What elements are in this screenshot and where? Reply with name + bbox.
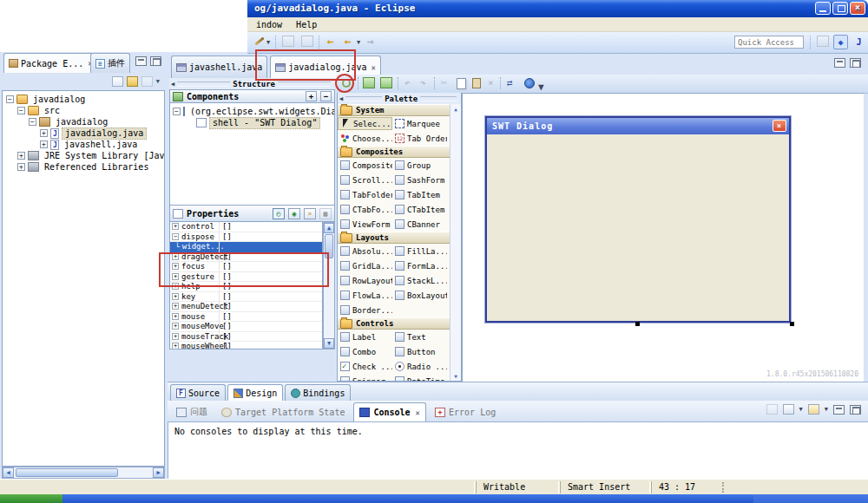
- palette-item-datetime[interactable]: DateTime: [392, 375, 447, 381]
- palette-item-radio[interactable]: Radio ...: [392, 360, 447, 373]
- expander-icon[interactable]: +: [172, 323, 179, 330]
- forward-icon[interactable]: →: [367, 36, 374, 48]
- palette-item-choose[interactable]: Choose...: [338, 132, 392, 145]
- palette-item-gridla[interactable]: GridLa...: [338, 259, 392, 272]
- palette-item-border[interactable]: Border...: [338, 304, 392, 317]
- palette-item-tabitem[interactable]: TabItem: [392, 188, 447, 201]
- palette-item-check[interactable]: Check ...: [338, 360, 392, 373]
- palette-item-tabfolder[interactable]: TabFolder: [338, 188, 392, 201]
- palette-item-rowlayout[interactable]: RowLayout: [338, 274, 392, 287]
- palette-item-marquee[interactable]: Marquee: [392, 117, 447, 130]
- new-wizard-dropdown-icon[interactable]: ▼: [266, 39, 270, 46]
- palette-item-absolu[interactable]: Absolu...: [338, 245, 392, 258]
- scroll-right-icon[interactable]: ▶: [153, 467, 164, 478]
- title-bar[interactable]: og/javadialog.java - Eclipse ×: [247, 0, 868, 17]
- palette-item-button[interactable]: Button: [392, 345, 447, 358]
- tree-item-referenced-libraries[interactable]: +Referenced Libraries: [3, 161, 164, 173]
- designer-perspective-button[interactable]: ◆: [833, 35, 848, 49]
- redo-icon[interactable]: ↷: [420, 77, 426, 89]
- collapse-left-icon[interactable]: ◀: [339, 95, 343, 102]
- goto-definition-icon[interactable]: »: [304, 208, 316, 219]
- expander-icon[interactable]: −: [17, 107, 25, 114]
- tree-item-javadialog[interactable]: −javadialog: [3, 94, 164, 105]
- expander-icon[interactable]: −: [29, 118, 36, 126]
- minimize-button[interactable]: [815, 2, 831, 15]
- java-perspective-button[interactable]: J: [852, 35, 866, 49]
- menu-window[interactable]: indow: [256, 20, 282, 29]
- palette-vscrollbar[interactable]: ▲ ▼: [450, 104, 461, 381]
- expander-icon[interactable]: +: [172, 343, 179, 349]
- externalize-strings-icon[interactable]: ⇄: [507, 77, 513, 89]
- dialog-close-icon[interactable]: ×: [773, 120, 786, 132]
- restore-button[interactable]: [832, 2, 848, 15]
- collapse-all-icon[interactable]: −: [320, 91, 332, 101]
- expander-icon[interactable]: +: [172, 313, 179, 320]
- expander-icon[interactable]: +: [172, 303, 179, 310]
- quick-access-input[interactable]: [734, 36, 804, 49]
- expander-icon[interactable]: +: [17, 152, 25, 160]
- palette-category-composites[interactable]: Composites: [338, 146, 450, 158]
- refresh-preview-icon[interactable]: [380, 77, 392, 88]
- property-row-mouseTrack[interactable]: +mouseTrack[]: [170, 332, 322, 343]
- property-row-mouseMove[interactable]: +mouseMove[]: [170, 322, 322, 332]
- expander-icon[interactable]: +: [172, 293, 179, 300]
- expand-all-icon[interactable]: +: [306, 91, 317, 101]
- console-content[interactable]: No consoles to display at this time.: [168, 422, 868, 479]
- cut-icon[interactable]: ✂: [441, 77, 447, 89]
- expander-icon[interactable]: +: [172, 333, 179, 340]
- palette-item-viewform[interactable]: ViewForm: [338, 218, 392, 231]
- property-row-widget[interactable]: └widget...: [170, 242, 322, 252]
- link-with-editor-icon[interactable]: [127, 76, 138, 87]
- menu-help[interactable]: Help: [296, 20, 317, 29]
- delete-icon[interactable]: ×: [488, 77, 494, 89]
- components-shell-node[interactable]: shell - "SWT Dialog": [170, 117, 334, 128]
- paste-icon[interactable]: [472, 78, 481, 88]
- resize-handle-corner[interactable]: [790, 322, 794, 326]
- palette-item-text[interactable]: Text: [392, 330, 447, 343]
- palette-item-formla[interactable]: FormLa...: [392, 259, 447, 272]
- scroll-up-icon[interactable]: ▲: [454, 106, 457, 112]
- tab-plugin[interactable]: ≋ 插件: [90, 53, 130, 73]
- tab-source[interactable]: FSource: [170, 384, 226, 401]
- editor-minimize-icon[interactable]: [834, 58, 845, 68]
- palette-item-ctabitem[interactable]: CTabItem: [392, 203, 447, 216]
- focus-icon[interactable]: [141, 76, 153, 87]
- palette-item-ctabfo[interactable]: CTabFo...: [338, 203, 392, 216]
- palette-item-boxlayout[interactable]: BoxLayout: [392, 289, 447, 302]
- undo-icon[interactable]: ↶: [404, 77, 411, 89]
- open-console-icon[interactable]: [766, 404, 778, 415]
- annotation-next-icon[interactable]: [301, 36, 313, 47]
- tab-design[interactable]: Design: [227, 384, 283, 401]
- show-advanced-properties-icon[interactable]: ◴: [273, 208, 285, 219]
- palette-item-taborder[interactable]: Tab Order: [392, 132, 447, 145]
- design-canvas[interactable]: SWT Dialog × 1.8.0.r45x201506110820: [462, 93, 864, 382]
- scroll-down-icon[interactable]: ▼: [454, 373, 457, 379]
- palette-item-stackl[interactable]: StackL...: [392, 274, 447, 287]
- locale-dropdown-icon[interactable]: ▼: [538, 82, 544, 94]
- palette-item-cbanner[interactable]: CBanner: [392, 218, 447, 231]
- swt-dialog-preview[interactable]: SWT Dialog ×: [485, 116, 791, 323]
- console-minimize-icon[interactable]: [833, 405, 845, 415]
- property-row-mouseWheel[interactable]: +mouseWheel[]: [170, 342, 322, 349]
- scroll-up-icon[interactable]: ▲: [324, 223, 334, 233]
- editor-maximize-icon[interactable]: [850, 58, 861, 68]
- palette-item-spinner[interactable]: Spinner: [338, 375, 392, 381]
- palette-category-layouts[interactable]: Layouts: [338, 232, 450, 244]
- editor-tab-javashell-java[interactable]: javashell.java: [171, 56, 267, 78]
- palette-item-selec[interactable]: Selec...: [338, 117, 392, 130]
- new-console-view-icon[interactable]: [808, 404, 819, 415]
- property-row-menuDetect[interactable]: +menuDetect[]: [170, 302, 322, 312]
- annotation-prev-icon[interactable]: [282, 36, 294, 47]
- palette-item-scroll[interactable]: Scroll...: [338, 173, 392, 186]
- console-maximize-icon[interactable]: [850, 405, 861, 415]
- palette-item-label[interactable]: Label: [338, 330, 392, 343]
- palette-item-composite[interactable]: Composite: [338, 159, 392, 172]
- resize-handle-bottom[interactable]: [635, 322, 640, 326]
- tab-target-platform-state[interactable]: Target Platform State: [216, 402, 350, 421]
- tree-item-jre-system-library-javase-1-[interactable]: +JRE System Library [JavaSE-1.: [3, 150, 164, 161]
- collapse-left-icon[interactable]: ◀: [171, 81, 174, 88]
- collapse-all-icon[interactable]: [112, 76, 123, 87]
- close-button[interactable]: ×: [850, 2, 865, 15]
- tree-item-javadialog[interactable]: −javadialog: [3, 116, 164, 127]
- palette-item-fillla[interactable]: FillLa...: [392, 245, 447, 258]
